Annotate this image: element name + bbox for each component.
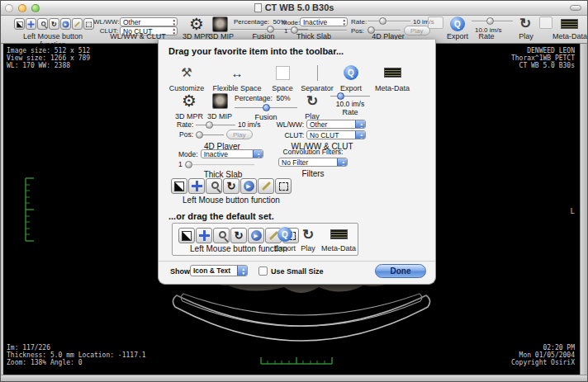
play-button[interactable]: ↻ (519, 17, 531, 31)
palette-item-mip[interactable]: 3D MIP (202, 91, 238, 120)
palette-item-play[interactable]: ↻Play (297, 91, 327, 120)
move-tool-button[interactable] (188, 178, 205, 194)
contrast-tool-button[interactable] (178, 228, 195, 243)
cine-tool-button[interactable]: ▶ (248, 228, 264, 243)
toolbar-toggle-pill-button[interactable] (570, 5, 581, 11)
use-small-size-checkbox[interactable] (258, 266, 268, 276)
player4d-rate-thumb[interactable] (379, 17, 386, 25)
metadata-button[interactable] (561, 19, 578, 29)
player4d-rate-thumb[interactable] (206, 121, 213, 129)
palette-item-space[interactable]: Space (264, 63, 301, 92)
palette-item-filters[interactable]: Convolution Filters: No Filter Filters (268, 148, 358, 178)
zoom-tool-button[interactable] (37, 18, 48, 30)
default-set-play[interactable]: ↻Play (295, 226, 321, 252)
palette-item-4d-player[interactable]: Rate: 10 im/s Pos: Play 4D Player (177, 120, 268, 151)
selection-rect-icon (85, 20, 92, 27)
document-icon (254, 3, 262, 12)
fusion-slider-thumb[interactable] (263, 104, 270, 111)
palette-item-wlww-clut[interactable]: WL/WW: Other CLUT: No CLUT WL/WW & CLUT (276, 120, 368, 151)
clut-label: CLUT: (276, 131, 304, 139)
zoom-tool-button[interactable] (213, 228, 230, 243)
circular-arrows-icon: ↻ (306, 94, 318, 108)
palette-item-fusion[interactable]: Percentage: 50% Fusion (235, 94, 297, 121)
rate-slider[interactable] (330, 92, 370, 100)
move-icon (198, 229, 211, 242)
default-set-title: ...or drag the default set. (168, 211, 274, 221)
contrast-tool-button[interactable] (171, 178, 187, 194)
thickslab-slider[interactable] (185, 161, 254, 168)
length-tool-button[interactable] (72, 18, 83, 30)
mpr-button[interactable]: ⚙ (189, 16, 204, 33)
move-tool-button[interactable] (26, 18, 36, 30)
palette-item-flexible-space[interactable]: ↔Flexible Space (210, 63, 264, 92)
palette-item-metadata[interactable]: Meta-Data (368, 63, 416, 92)
player4d-play-button[interactable]: Play (226, 130, 253, 139)
quicktime-icon: Q (277, 227, 292, 242)
overlay-bottom-left: Im: 117/226Thickness: 5.0 mm Location: -… (7, 344, 146, 366)
player4d-pos-thumb[interactable] (196, 131, 203, 139)
title-bar[interactable]: CT WB 5.0 B30s (1, 1, 587, 16)
window-right-edge (580, 44, 587, 376)
wlww-popup[interactable]: Other (120, 17, 178, 26)
circular-arrows-icon: ↻ (519, 16, 531, 31)
thickslab-slider-thumb[interactable] (185, 161, 192, 168)
show-popup[interactable]: Icon & Text (190, 265, 248, 276)
thickslab-mode-popup[interactable]: Inactive (201, 149, 263, 158)
filters-popup[interactable]: No Filter (278, 158, 348, 167)
palette-item-separator[interactable]: Separator (301, 63, 334, 92)
zoom-tool-button[interactable] (206, 178, 222, 194)
default-set-metadata[interactable]: Meta-Data (320, 226, 358, 252)
overlay-top-left: Image size: 512 x 512View size: 1266 x 7… (7, 47, 90, 69)
play-circle-icon: ▶ (250, 229, 263, 242)
palette-item-export[interactable]: QExport (334, 63, 368, 92)
rotate-tool-button[interactable]: ↻ (49, 18, 59, 30)
rate-slider-thumb[interactable] (486, 17, 494, 25)
contrast-tool-button[interactable] (14, 18, 25, 30)
wlww-label: WL/WW: (276, 120, 304, 129)
player4d-pos-label: Pos: (177, 130, 193, 139)
magnifier-icon (208, 180, 220, 192)
palette-item-mouse-function[interactable]: ↻ ▶ Left Mouse button function (171, 178, 292, 205)
player4d-rate-slider[interactable] (368, 17, 410, 25)
gear-icon: ⚙ (189, 15, 204, 33)
rotate-tool-button[interactable]: ↻ (223, 178, 239, 194)
quicktime-icon: Q (344, 65, 358, 80)
play-circle-icon: ▶ (62, 20, 69, 27)
player4d-pos-slider[interactable] (196, 131, 224, 139)
fusion-slider[interactable] (235, 104, 297, 111)
magnifier-icon (39, 20, 46, 27)
contrast-icon (16, 20, 23, 27)
selection-tool-button[interactable] (275, 178, 292, 194)
thickslab-min-value: 1 (284, 27, 287, 35)
tools-icon: ⚒ (181, 65, 192, 80)
palette-item-rate[interactable]: 10.0 im/s Rate (330, 92, 370, 116)
thickslab-min-value: 1 (178, 160, 183, 168)
done-button[interactable]: Done (375, 264, 426, 278)
rate-slider-thumb[interactable] (337, 92, 344, 100)
length-tool-button[interactable] (258, 178, 274, 194)
move-tool-button[interactable] (196, 228, 212, 243)
export-button[interactable]: Q (450, 17, 465, 31)
player4d-rate-slider[interactable] (196, 121, 235, 129)
default-set-box[interactable]: ↻ ▶ Left Mouse button function QExport ↻… (172, 223, 358, 256)
window-title: CT WB 5.0 B30s (1, 2, 587, 12)
mip-button[interactable] (212, 17, 228, 32)
move-icon (191, 180, 203, 192)
clut-popup[interactable]: No CLUT (306, 130, 366, 139)
move-icon (27, 20, 35, 27)
rotate-tool-button[interactable]: ↻ (230, 228, 247, 243)
separator-icon (317, 65, 318, 81)
use-small-size-label: Use Small Size (271, 267, 324, 276)
cine-tool-button[interactable]: ▶ (60, 18, 71, 30)
wlww-popup[interactable]: Other (306, 120, 366, 129)
palette-item-thick-slab[interactable]: Mode: Inactive 1 Thick Slab (178, 149, 268, 179)
cine-tool-button[interactable]: ▶ (240, 178, 257, 194)
convolution-filters-label: Convolution Filters: (268, 148, 358, 156)
wlww-label: WL/WW: (93, 18, 118, 26)
rate-slider[interactable] (472, 17, 513, 25)
thickslab-mode-popup[interactable]: Inactive (300, 17, 348, 26)
rotate-icon: ↻ (233, 229, 245, 242)
overlay-bottom-right: 02:20 PMMon 01/05/2004Copyright OsiriX (511, 344, 575, 366)
palette-item-customize[interactable]: ⚒Customize (164, 63, 210, 92)
contrast-icon (181, 229, 193, 242)
